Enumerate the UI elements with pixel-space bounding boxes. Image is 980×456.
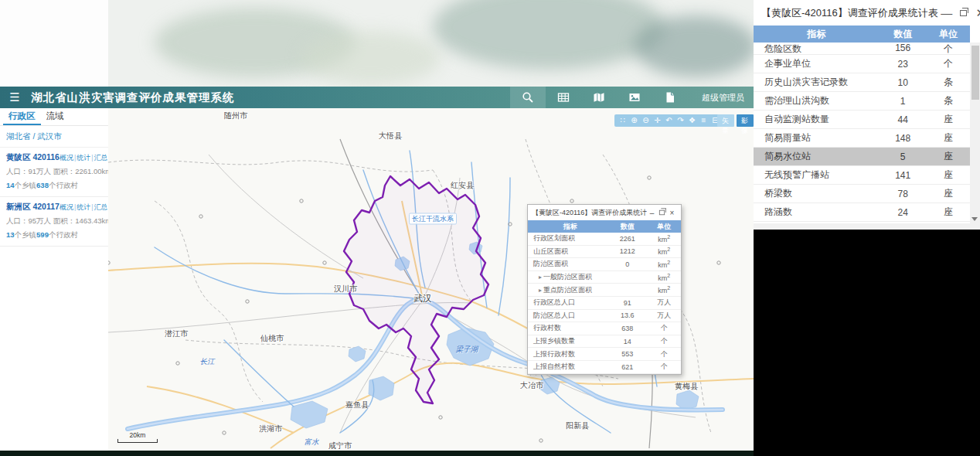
dialog-table-row[interactable]: 防治区面积0km2 [528, 258, 681, 271]
district-info: 人口：95万人 面积：1463.43km² [6, 216, 104, 226]
district-links: 概况|统计|汇总 [60, 153, 108, 163]
link-separator: | [74, 203, 76, 211]
row-indicator: 自动监测站数量 [754, 113, 879, 126]
stats-table-row[interactable]: 危险区数156个 [754, 43, 970, 55]
row-value: 156 [879, 43, 927, 53]
dialog-table-row[interactable]: 防治区总人口13.6万人 [528, 310, 681, 323]
previous-extent-icon[interactable]: ↶ [664, 115, 674, 126]
breadcrumb-link[interactable]: 武汉市 [37, 131, 62, 141]
district-name-link[interactable]: 黄陂区 420116 [6, 152, 60, 163]
district-links: 概况|统计|汇总 [60, 202, 108, 213]
minimize-icon[interactable]: — [938, 5, 955, 22]
scroll-down-icon[interactable] [971, 217, 978, 221]
stats-table-row[interactable]: 历史山洪灾害记录数10条 [754, 73, 970, 92]
row-indicator: 防治区总人口 [528, 311, 607, 321]
search-icon[interactable] [510, 87, 546, 108]
dialog-table-row[interactable]: 行政区划面积2261km2 [528, 233, 681, 246]
row-unit: 个 [647, 362, 681, 372]
dialog-title: 【黄陂区-420116】调查评价成果统计表 [532, 208, 647, 218]
table-icon[interactable] [546, 87, 581, 108]
district-action-link[interactable]: 概况 [60, 203, 73, 211]
row-value: 44 [879, 114, 927, 125]
basemap-button-1[interactable]: 影像 [737, 114, 754, 127]
sidebar-tab-1[interactable]: 流域 [41, 108, 70, 125]
sidebar-tab-0[interactable]: 行政区 [3, 108, 41, 125]
dialog-table-row[interactable]: 上报自然村数621个 [528, 361, 681, 374]
next-extent-icon[interactable]: ↷ [675, 115, 686, 126]
map-toolbar: ∷⊕⊖✛↶↷❖≡⊟ [614, 114, 723, 127]
zoom-out-icon[interactable]: ⊖ [641, 115, 651, 126]
expand-icon[interactable]: ▸ [539, 274, 542, 281]
vertical-scrollbar[interactable] [970, 43, 980, 223]
district-towns: 14个乡镇638个行政村 [6, 181, 104, 191]
district-action-link[interactable]: 汇总 [94, 203, 108, 211]
row-unit: 万人 [647, 298, 681, 308]
stats-window-titlebar[interactable]: 【黄陂区-420116】调查评价成果统计表 — ✕ [754, 0, 980, 26]
basemap-button-0[interactable]: 矢量 [717, 114, 734, 127]
identify-icon[interactable]: ❖ [687, 115, 697, 126]
close-icon[interactable]: ✕ [972, 5, 980, 22]
dialog-table-row[interactable]: 行政区总人口91万人 [528, 297, 681, 310]
row-unit: km2 [647, 285, 681, 294]
row-value: 638 [607, 325, 647, 332]
document-icon[interactable] [652, 87, 688, 108]
horizontal-scrollbar[interactable] [754, 223, 980, 230]
district-action-link[interactable]: 汇总 [94, 154, 108, 162]
minimize-icon[interactable]: – [647, 208, 657, 218]
stats-table-row[interactable]: 自动监测站数量44座 [754, 111, 970, 129]
expand-icon[interactable]: ▸ [539, 287, 542, 294]
dialog-table-row[interactable]: 山丘区面积1212km2 [528, 246, 681, 259]
current-user[interactable]: 超级管理员 [702, 92, 744, 104]
dialog-table-header: 指标 数值 单位 [528, 220, 681, 233]
map-canvas[interactable]: 随州市大悟县红安县汉川市武汉潜江市仙桃市嘉鱼县洪湖市咸宁市黄石市大冶市阳新县黄梅… [108, 108, 754, 451]
dialog-titlebar[interactable]: 【黄陂区-420116】调查评价成果统计表 – × [528, 205, 681, 220]
dialog-table-row[interactable]: ▸一般防治区面积km2 [528, 271, 681, 284]
dialog-table-row[interactable]: 上报乡镇数量14个 [528, 335, 681, 349]
stats-table-row[interactable]: 路涵数24座 [754, 203, 970, 222]
menu-icon[interactable]: ☰ [0, 90, 29, 104]
row-value: 14 [607, 338, 647, 345]
sidebar: 行政区流域 湖北省 / 武汉市 黄陂区 420116概况|统计|汇总人口：91万… [0, 108, 109, 451]
row-unit: 座 [927, 206, 970, 219]
pan-icon[interactable]: ✛ [652, 115, 662, 126]
row-indicator: 行政村数 [528, 323, 607, 333]
stats-table-row[interactable]: 需治理山洪沟数1条 [754, 92, 970, 111]
stats-table-row[interactable]: 简易水位站5座 [754, 148, 970, 166]
district-action-link[interactable]: 概况 [60, 154, 73, 162]
stats-table-row[interactable]: 企事业单位23个 [754, 55, 970, 73]
district-action-link[interactable]: 统计 [77, 154, 90, 162]
app-title: 湖北省山洪灾害调查评价成果管理系统 [31, 90, 235, 105]
row-value: 148 [879, 133, 927, 144]
district-action-link[interactable]: 统计 [77, 203, 90, 211]
dialog-table-row[interactable]: ▸重点防治区面积km2 [528, 284, 681, 297]
stats-table-row[interactable]: 无线预警广播站141座 [754, 166, 970, 185]
close-icon[interactable]: × [667, 208, 677, 218]
restore-icon[interactable] [657, 208, 667, 218]
row-indicator: 山丘区面积 [528, 247, 607, 257]
legend-icon[interactable]: ≡ [699, 115, 709, 126]
image-icon[interactable] [617, 87, 652, 108]
villages-count: 638 [36, 181, 49, 189]
district-row1: 新洲区 420117概况|统计|汇总 [6, 202, 104, 213]
row-indicator: 行政区总人口 [528, 298, 607, 308]
restore-icon[interactable] [955, 5, 972, 22]
row-indicator: 桥梁数 [754, 187, 879, 200]
row-unit: km2 [647, 273, 681, 282]
scrollbar-thumb[interactable] [971, 46, 979, 100]
district-name-link[interactable]: 新洲区 420117 [6, 202, 60, 213]
row-unit: 个 [647, 336, 681, 346]
breadcrumb-link[interactable]: 湖北省 [6, 131, 31, 141]
villages-count: 599 [36, 230, 49, 239]
dialog-table-row[interactable]: 行政村数638个 [528, 322, 681, 335]
row-indicator: ▸重点防治区面积 [528, 285, 607, 295]
dialog-table-row[interactable]: 上报行政村数553个 [528, 348, 681, 361]
top-left-blank [0, 0, 108, 87]
stats-table-row[interactable]: 桥梁数78座 [754, 185, 970, 203]
full-extent-icon[interactable]: ∷ [618, 115, 628, 126]
row-indicator: 路涵数 [754, 206, 879, 219]
zoom-in-icon[interactable]: ⊕ [629, 115, 639, 126]
district-row1: 黄陂区 420116概况|统计|汇总 [6, 152, 104, 163]
map-icon[interactable] [581, 87, 617, 108]
row-indicator: 危险区数 [754, 43, 879, 55]
stats-table-row[interactable]: 简易雨量站148座 [754, 129, 970, 148]
